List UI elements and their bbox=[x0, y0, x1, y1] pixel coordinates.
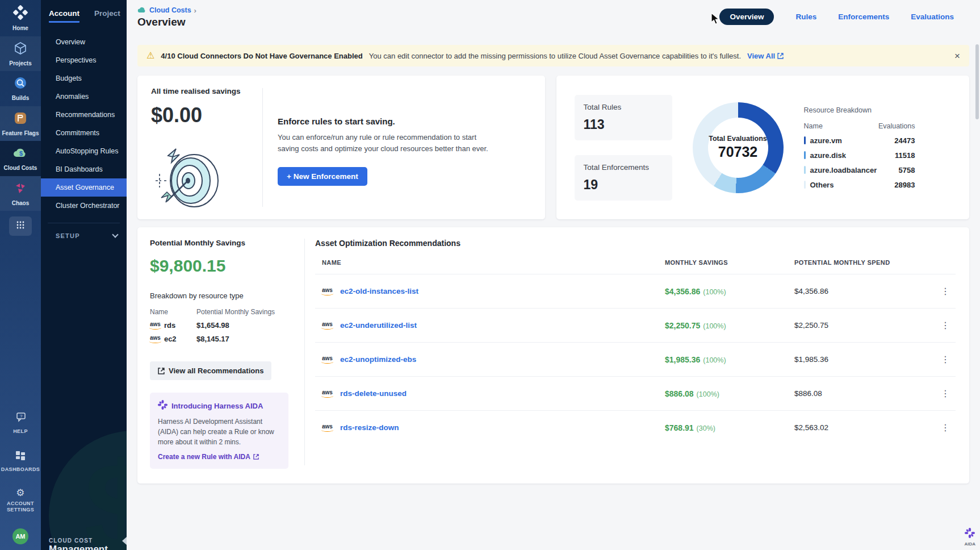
banner-view-all-link[interactable]: View All bbox=[747, 52, 784, 60]
tab-account[interactable]: Account bbox=[49, 9, 79, 23]
setup-section-toggle[interactable]: SETUP bbox=[41, 223, 127, 239]
resource-breakdown: Resource Breakdown Name Evaluations azur… bbox=[804, 106, 915, 189]
rail-item-builds[interactable]: Builds bbox=[0, 71, 41, 106]
rail-item-home[interactable]: Home bbox=[0, 0, 41, 36]
dashboards-button[interactable]: DASHBOARDS bbox=[1, 450, 40, 473]
recommendation-link[interactable]: ec2-unoptimized-ebs bbox=[340, 355, 416, 364]
aws-icon: aws bbox=[322, 322, 333, 330]
breakdown-row: Others 28983 bbox=[804, 181, 915, 189]
aida-assistant-button[interactable]: AIDA bbox=[964, 528, 975, 547]
help-chat-icon: ? bbox=[14, 412, 27, 426]
divider bbox=[262, 88, 263, 207]
breakdown-row: azure.disk 11518 bbox=[804, 151, 915, 160]
sidebar-item-recommendations[interactable]: Recommendations bbox=[41, 106, 127, 124]
create-rule-with-aida-link[interactable]: Create a new Rule with AIDA bbox=[158, 453, 259, 461]
account-settings-button[interactable]: ⚙ ACCOUNT SETTINGS bbox=[7, 488, 34, 514]
realised-savings-card: All time realised savings $0.00 bbox=[137, 76, 545, 219]
table-row: aws ec2-old-instances-list $4,356.86(100… bbox=[315, 274, 956, 308]
donut-center: Total Evaluations 70732 bbox=[708, 118, 768, 178]
governance-warning-banner: ⚠ 4/10 Cloud Connectors Do Not Have Gove… bbox=[137, 45, 969, 66]
kebab-menu-icon[interactable]: ⋮ bbox=[935, 354, 956, 365]
kebab-menu-icon[interactable]: ⋮ bbox=[935, 388, 956, 399]
target-illustration bbox=[151, 145, 225, 211]
close-icon[interactable]: × bbox=[954, 51, 960, 61]
aws-icon: aws bbox=[150, 322, 161, 330]
tab-project[interactable]: Project bbox=[94, 9, 120, 23]
aida-body: Harness AI Development Assistant (AIDA) … bbox=[158, 416, 280, 447]
aida-promo-card: Introducing Harness AIDA Harness AI Deve… bbox=[150, 393, 288, 469]
tab-evaluations[interactable]: Evaluations bbox=[911, 13, 954, 21]
sidebar-item-commitments[interactable]: Commitments bbox=[41, 124, 127, 142]
scrollbar-thumb[interactable] bbox=[975, 44, 979, 119]
legend-swatch bbox=[804, 181, 806, 189]
aws-icon: aws bbox=[322, 424, 333, 432]
sidebar-item-overview[interactable]: Overview bbox=[41, 33, 127, 51]
realised-savings-amount: $0.00 bbox=[151, 103, 262, 127]
new-enforcement-button[interactable]: + New Enforcement bbox=[278, 167, 367, 186]
sidebar-item-asset-governance[interactable]: Asset Governance bbox=[41, 178, 127, 197]
recommendations-card: Potential Monthly Savings $9,800.15 Brea… bbox=[137, 227, 969, 484]
recommendation-link[interactable]: rds-resize-down bbox=[340, 423, 399, 432]
table-row: aws rds-resize-down $768.91(30%) $2,563.… bbox=[315, 410, 956, 444]
breakdown-row: azure.loadbalancer 5758 bbox=[804, 166, 915, 174]
external-link-icon bbox=[158, 368, 165, 374]
recommendation-link[interactable]: ec2-underutilized-list bbox=[340, 321, 417, 330]
mouse-cursor bbox=[710, 13, 720, 27]
external-link-icon bbox=[777, 53, 784, 59]
svg-text:?: ? bbox=[20, 414, 23, 419]
legend-swatch bbox=[804, 136, 806, 144]
sidebar-collapse-handle[interactable] bbox=[122, 536, 127, 545]
chaos-icon bbox=[14, 181, 27, 197]
potential-savings-label: Potential Monthly Savings bbox=[150, 239, 288, 247]
sidebar-item-bi-dashboards[interactable]: BI Dashboards bbox=[41, 160, 127, 178]
tab-enforcements[interactable]: Enforcements bbox=[838, 13, 889, 21]
legend-swatch bbox=[804, 166, 806, 174]
sidebar-item-cluster-orchestrator[interactable]: Cluster Orchestrator bbox=[41, 197, 127, 215]
avatar[interactable]: AM bbox=[12, 528, 28, 544]
sidebar-item-budgets[interactable]: Budgets bbox=[41, 69, 127, 88]
table-row: aws ec2-underutilized-list $2,250.75(100… bbox=[315, 308, 956, 342]
sidebar-item-anomalies[interactable]: Anomalies bbox=[41, 88, 127, 106]
potential-savings-amount: $9,800.15 bbox=[150, 256, 288, 276]
main-content: Cloud Costs › Overview Overview Rules En… bbox=[127, 0, 980, 550]
rail-item-projects[interactable]: Projects bbox=[0, 36, 41, 72]
total-rules-stat: Total Rules 113 bbox=[575, 95, 672, 140]
chevron-right-icon: › bbox=[194, 6, 196, 15]
tab-rules[interactable]: Rules bbox=[795, 13, 816, 21]
view-all-recommendations-button[interactable]: View all Recommendations bbox=[150, 361, 271, 380]
rail-item-cloud-costs[interactable]: $ Cloud Costs bbox=[0, 141, 41, 176]
page-title: Overview bbox=[137, 16, 186, 28]
kebab-menu-icon[interactable]: ⋮ bbox=[935, 320, 956, 331]
breadcrumb-cloud-costs[interactable]: Cloud Costs bbox=[149, 6, 191, 14]
sidebar-item-autostopping-rules[interactable]: AutoStopping Rules bbox=[41, 142, 127, 160]
legend-swatch bbox=[804, 151, 806, 159]
recommendation-link[interactable]: rds-delete-unused bbox=[340, 389, 407, 398]
aida-title: Introducing Harness AIDA bbox=[171, 402, 263, 410]
aws-icon: aws bbox=[322, 356, 333, 364]
chevron-down-icon bbox=[112, 231, 118, 238]
feature-flags-icon bbox=[14, 111, 27, 127]
tab-overview[interactable]: Overview bbox=[719, 9, 774, 25]
kebab-menu-icon[interactable]: ⋮ bbox=[935, 422, 956, 433]
banner-title: 4/10 Cloud Connectors Do Not Have Govern… bbox=[161, 52, 362, 60]
aws-icon: aws bbox=[322, 288, 333, 295]
enforce-promo-title: Enforce rules to start saving. bbox=[278, 116, 499, 126]
aida-flower-icon bbox=[158, 400, 167, 412]
svg-text:$: $ bbox=[19, 150, 23, 157]
module-switcher-button[interactable] bbox=[9, 216, 32, 236]
enforce-promo-text: You can enforce/run any rule or rule rec… bbox=[278, 132, 499, 155]
sidebar-item-perspectives[interactable]: Perspectives bbox=[41, 51, 127, 69]
warning-icon: ⚠ bbox=[146, 51, 154, 60]
recommendations-title: Asset Optimization Recommendations bbox=[315, 239, 956, 248]
cloud-costs-sidebar: Account Project Overview Perspectives Bu… bbox=[41, 0, 127, 550]
projects-cube-icon bbox=[14, 41, 27, 57]
rail-item-chaos[interactable]: Chaos bbox=[0, 176, 41, 211]
rail-item-feature-flags[interactable]: Feature Flags bbox=[0, 106, 41, 141]
resource-type-row: aws ec2 bbox=[150, 335, 196, 343]
kebab-menu-icon[interactable]: ⋮ bbox=[935, 286, 956, 297]
cloud-costs-icon: $ bbox=[12, 146, 28, 162]
help-button[interactable]: ? HELP bbox=[13, 412, 28, 435]
table-row: aws ec2-unoptimized-ebs $1,985.36(100%) … bbox=[315, 342, 956, 376]
gear-icon: ⚙ bbox=[16, 488, 24, 498]
recommendation-link[interactable]: ec2-old-instances-list bbox=[340, 287, 418, 295]
